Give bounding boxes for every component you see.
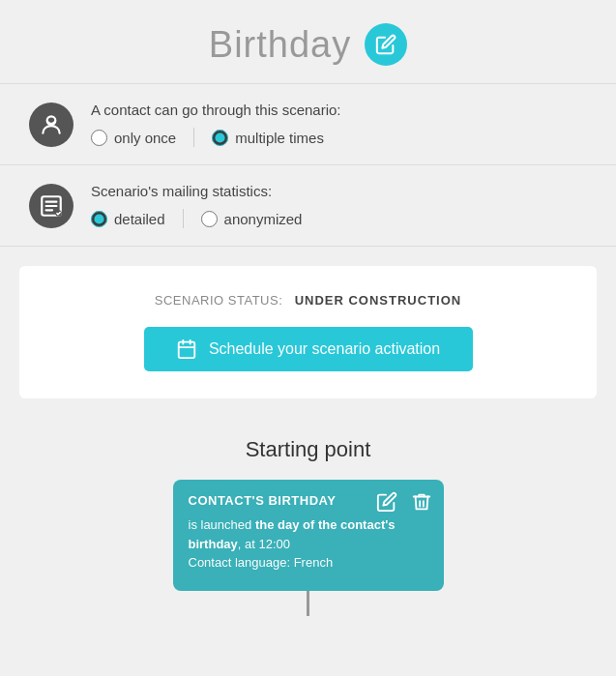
status-prefix: SCENARIO STATUS: [155,293,282,308]
starting-title: Starting point [246,437,371,462]
contact-section: A contact can go through this scenario: … [0,84,616,165]
starting-section: Starting point CONTACT'S BIRTHDAY [0,418,616,616]
schedule-button-label: Schedule your scenario activation [209,340,440,358]
mailing-radio-group: detailed anonymized [91,209,587,228]
birthday-card: CONTACT'S BIRTHDAY is launched the day o… [173,480,444,591]
status-box: SCENARIO STATUS: UNDER CONSTRUCTION Sche… [19,266,597,398]
status-text: SCENARIO STATUS: UNDER CONSTRUCTION [155,293,461,308]
card-language-value: French [294,555,333,570]
card-body-prefix: is launched [189,517,255,532]
radio-detailed-input[interactable] [91,211,107,227]
contact-content: A contact can go through this scenario: … [91,102,587,147]
radio-multiple-times[interactable]: multiple times [212,130,324,146]
divider2 [183,209,184,228]
mailing-label: Scenario's mailing statistics: [91,183,587,199]
mailing-icon [29,184,73,228]
schedule-button[interactable]: Schedule your scenario activation [144,327,473,371]
card-edit-button[interactable] [374,489,399,517]
radio-only-once-input[interactable] [91,130,107,146]
divider [193,128,194,147]
card-body: is launched the day of the contact's bir… [189,515,428,573]
card-language-label: Contact language: [189,555,291,570]
calendar-icon [176,338,197,360]
status-value: UNDER CONSTRUCTION [295,293,462,308]
mailing-section: Scenario's mailing statistics: detailed … [0,165,616,247]
card-body-suffix: , at 12:00 [238,537,290,551]
radio-only-once-label: only once [114,130,176,146]
radio-detailed-label: detailed [114,211,165,227]
mailing-content: Scenario's mailing statistics: detailed … [91,183,587,228]
svg-rect-3 [179,342,195,359]
radio-multiple-times-input[interactable] [212,130,228,146]
page-title: Birthday [209,24,351,66]
contact-label: A contact can go through this scenario: [91,102,587,118]
radio-anonymized-input[interactable] [201,211,218,227]
card-connector [307,591,309,616]
edit-button[interactable] [365,23,407,66]
contact-radio-group: only once multiple times [91,128,587,147]
radio-anonymized-label: anonymized [224,211,303,227]
card-actions [374,489,434,517]
pencil-icon [376,491,397,513]
radio-multiple-times-label: multiple times [235,130,324,146]
radio-detailed[interactable]: detailed [91,211,165,227]
trash-icon [411,491,432,513]
radio-only-once[interactable]: only once [91,130,176,146]
contact-icon [29,103,73,147]
card-delete-button[interactable] [409,489,434,517]
radio-anonymized[interactable]: anonymized [201,211,303,227]
page-header: Birthday [0,0,616,84]
